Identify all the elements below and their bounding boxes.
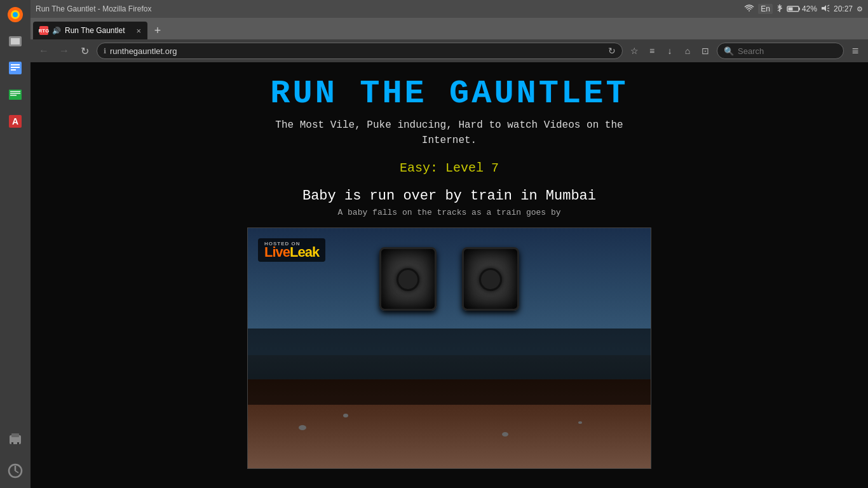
- url-text: runthegauntlet.org: [110, 46, 604, 56]
- rock-4: [578, 421, 582, 424]
- train-wheels: [379, 247, 519, 311]
- battery-indicator: 42%: [787, 4, 817, 13]
- refresh-button[interactable]: ↻: [76, 43, 93, 59]
- firefox-icon[interactable]: [3, 3, 27, 27]
- window-title: Run The Gauntlet - Mozilla Firefox: [36, 4, 740, 13]
- download-button[interactable]: ↓: [662, 43, 677, 58]
- back-button[interactable]: ←: [36, 43, 52, 59]
- svg-rect-12: [10, 95, 17, 96]
- rock-3: [502, 432, 508, 437]
- liveleak-watermark: HOSTED ON LiveLeak: [258, 238, 325, 262]
- wifi-icon: [744, 4, 754, 13]
- site-title: RUN THE GAUNTLET: [270, 75, 628, 112]
- svg-rect-10: [10, 91, 20, 92]
- new-tab-button[interactable]: +: [149, 22, 166, 39]
- settings-icon[interactable]: ⚙: [857, 5, 863, 13]
- forward-button[interactable]: →: [56, 43, 72, 59]
- browser-window: Run The Gauntlet - Mozilla Firefox En: [31, 0, 868, 488]
- navbar: ← → ↻ ℹ runthegauntlet.org ↻ ☆ ≡ ↓ ⌂ ⊡ 🔍…: [31, 39, 868, 62]
- volume-icon: [821, 4, 830, 13]
- tab-close-button[interactable]: ×: [136, 26, 141, 36]
- pocket-button[interactable]: ⊡: [698, 43, 713, 58]
- wheel-center: [462, 247, 519, 311]
- svg-rect-17: [11, 442, 13, 444]
- video-title: Baby is run over by train in Mumbai: [302, 188, 596, 204]
- sidebar-icon-5[interactable]: [3, 427, 27, 451]
- svg-rect-25: [799, 8, 800, 10]
- sidebar-icon-1[interactable]: [3, 29, 27, 53]
- menu-button[interactable]: ≡: [848, 43, 863, 58]
- svg-rect-18: [17, 442, 19, 444]
- level-label: Easy: Level 7: [400, 161, 499, 175]
- svg-rect-4: [11, 38, 20, 44]
- sidebar-icon-4[interactable]: A: [3, 109, 27, 133]
- search-icon: 🔍: [724, 46, 734, 56]
- security-icon: ℹ: [104, 47, 106, 55]
- bluetooth-icon: [776, 4, 783, 14]
- wheel-left: [379, 247, 437, 311]
- rock-1: [299, 425, 306, 430]
- tab-label: Run The Gauntlet: [65, 26, 125, 35]
- rock-2: [343, 414, 348, 417]
- sidebar-icon-6[interactable]: [3, 459, 27, 483]
- navbar-right-icons: ☆ ≡ ↓ ⌂ ⊡: [627, 43, 713, 58]
- keyboard-lang: En: [758, 4, 773, 14]
- search-bar[interactable]: 🔍: [717, 43, 844, 59]
- svg-line-21: [15, 471, 18, 473]
- sidebar-icon-2[interactable]: [3, 56, 27, 80]
- video-scene: HOSTED ON LiveLeak: [248, 228, 651, 468]
- svg-rect-6: [11, 64, 20, 65]
- video-player[interactable]: HOSTED ON LiveLeak: [247, 227, 651, 469]
- titlebar: Run The Gauntlet - Mozilla Firefox En: [31, 0, 868, 18]
- search-input[interactable]: [738, 46, 844, 56]
- clock: 20:27: [834, 4, 853, 13]
- track-shadow: [248, 329, 651, 405]
- reader-view-button[interactable]: ≡: [644, 43, 660, 58]
- home-button[interactable]: ⌂: [680, 43, 695, 58]
- svg-marker-27: [822, 5, 826, 11]
- site-subtitle: The Most Vile, Puke inducing, Hard to wa…: [275, 118, 623, 148]
- url-reload-button[interactable]: ↻: [608, 46, 616, 56]
- svg-rect-11: [10, 93, 20, 94]
- video-subtitle: A baby falls on the tracks as a train go…: [337, 208, 560, 217]
- sidebar-icon-3[interactable]: [3, 83, 27, 107]
- svg-rect-16: [11, 433, 19, 437]
- webpage-content: RUN THE GAUNTLET The Most Vile, Puke ind…: [31, 62, 868, 488]
- svg-rect-7: [11, 67, 20, 68]
- tabbar: RTG 🔊 Run The Gauntlet × +: [31, 18, 868, 39]
- bookmark-button[interactable]: ☆: [627, 43, 642, 58]
- system-tray: En 42%: [744, 4, 863, 14]
- active-tab[interactable]: RTG 🔊 Run The Gauntlet ×: [33, 22, 147, 39]
- sidebar: A: [0, 0, 31, 488]
- svg-line-30: [827, 10, 829, 11]
- svg-rect-8: [11, 69, 16, 71]
- tab-favicon: RTG: [39, 26, 48, 35]
- svg-point-2: [13, 12, 18, 17]
- svg-line-28: [827, 5, 829, 6]
- url-bar[interactable]: ℹ runthegauntlet.org ↻: [97, 43, 623, 59]
- svg-text:A: A: [12, 116, 18, 126]
- svg-rect-26: [788, 8, 792, 11]
- tab-audio-icon: 🔊: [52, 27, 61, 35]
